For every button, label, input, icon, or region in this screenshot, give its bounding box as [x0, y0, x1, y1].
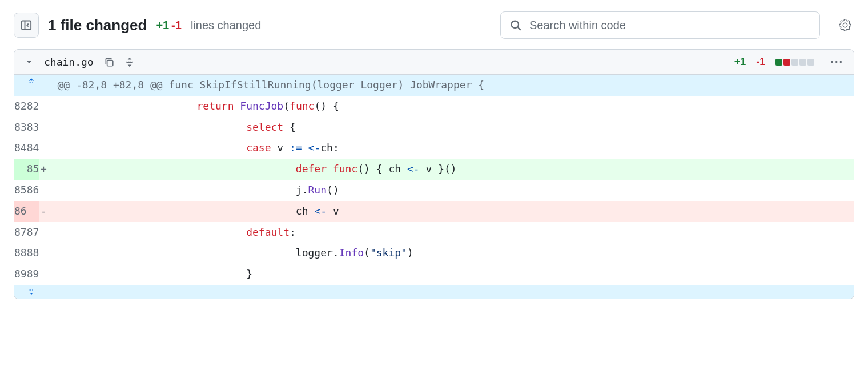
diff-line: 8586 j.Run()	[14, 180, 854, 201]
expand-all-button[interactable]	[124, 57, 135, 67]
diff-line: 85+ defer func() { ch <- v }()	[14, 159, 854, 180]
new-line-number	[27, 201, 39, 222]
old-line-number: 84	[14, 138, 27, 159]
file-menu-button[interactable]: ···	[830, 55, 843, 68]
old-line-number: 89	[14, 264, 27, 285]
total-additions: +1	[156, 19, 169, 31]
kebab-icon: ···	[830, 55, 843, 68]
code-content: }	[48, 264, 854, 285]
search-icon	[510, 19, 521, 31]
file-diff-header: chain.go +1 -1 ···	[14, 50, 854, 75]
file-name[interactable]: chain.go	[44, 56, 94, 68]
chevron-down-icon	[25, 58, 34, 67]
hunk-header-row: @@ -82,8 +82,8 @@ func SkipIfStillRunnin…	[14, 75, 854, 96]
code-content: ch <- v	[48, 201, 854, 222]
diff-line: 8989 }	[14, 264, 854, 285]
new-line-number: 88	[27, 243, 39, 264]
copy-path-button[interactable]	[104, 57, 114, 67]
diff-line: 8787 default:	[14, 222, 854, 243]
total-deletions: -1	[171, 19, 182, 31]
new-line-number: 82	[27, 96, 39, 117]
diff-settings-button[interactable]	[836, 16, 854, 34]
code-content: logger.Info("skip")	[48, 243, 854, 264]
expand-up-icon	[27, 77, 36, 86]
diff-marker: +	[39, 159, 48, 180]
old-line-number	[14, 159, 27, 180]
toggle-file-tree-button[interactable]	[14, 13, 39, 38]
old-line-number: 83	[14, 117, 27, 138]
files-changed-title: 1 file changed	[48, 17, 147, 34]
diff-line: 86- ch <- v	[14, 201, 854, 222]
old-line-number: 85	[14, 180, 27, 201]
new-line-number: 83	[27, 117, 39, 138]
code-content: defer func() { ch <- v }()	[48, 159, 854, 180]
code-content: select {	[48, 117, 854, 138]
new-line-number: 89	[27, 264, 39, 285]
collapse-file-button[interactable]	[25, 58, 34, 67]
sidebar-collapse-icon	[21, 19, 32, 31]
expand-up-button[interactable]	[27, 75, 39, 96]
old-line-number: 88	[14, 243, 27, 264]
diff-toolbar: 1 file changed +1 -1 lines changed	[14, 11, 854, 39]
expand-down-row	[14, 285, 854, 299]
gear-icon	[839, 19, 851, 31]
file-additions: +1	[734, 56, 746, 68]
expand-down-button[interactable]	[27, 285, 39, 299]
code-content: default:	[48, 222, 854, 243]
old-line-number: 87	[14, 222, 27, 243]
file-deletions: -1	[756, 56, 765, 68]
new-line-number: 87	[27, 222, 39, 243]
expand-down-icon	[27, 287, 36, 296]
code-content: return FuncJob(func() {	[48, 96, 854, 117]
diff-table: @@ -82,8 +82,8 @@ func SkipIfStillRunnin…	[14, 75, 854, 299]
code-search-box[interactable]	[500, 11, 820, 39]
unfold-icon	[124, 57, 135, 67]
svg-rect-4	[107, 60, 112, 66]
diff-line: 8888 logger.Info("skip")	[14, 243, 854, 264]
new-line-number: 85	[27, 159, 39, 180]
old-line-number: 82	[14, 96, 27, 117]
svg-line-3	[518, 27, 521, 30]
diff-marker	[39, 96, 48, 117]
diff-marker	[39, 138, 48, 159]
new-line-number: 86	[27, 180, 39, 201]
diff-marker	[39, 117, 48, 138]
search-input[interactable]	[528, 18, 810, 33]
copy-icon	[104, 57, 114, 67]
old-line-number: 86	[14, 201, 27, 222]
diff-marker	[39, 222, 48, 243]
diff-marker	[39, 180, 48, 201]
diff-line: 8282 return FuncJob(func() {	[14, 96, 854, 117]
code-content: case v := <-ch:	[48, 138, 854, 159]
diff-line: 8484 case v := <-ch:	[14, 138, 854, 159]
hunk-header: @@ -82,8 +82,8 @@ func SkipIfStillRunnin…	[48, 75, 854, 96]
diff-marker	[39, 264, 48, 285]
diff-line: 8383 select {	[14, 117, 854, 138]
new-line-number: 84	[27, 138, 39, 159]
svg-point-2	[512, 21, 519, 29]
diff-marker: -	[39, 201, 48, 222]
lines-changed-label: lines changed	[191, 19, 261, 32]
code-content: j.Run()	[48, 180, 854, 201]
file-diff: chain.go +1 -1 ··· @@ -82,8 +82,8 @@ fun…	[14, 49, 854, 299]
diff-marker	[39, 243, 48, 264]
diffstat-blocks	[775, 59, 814, 66]
